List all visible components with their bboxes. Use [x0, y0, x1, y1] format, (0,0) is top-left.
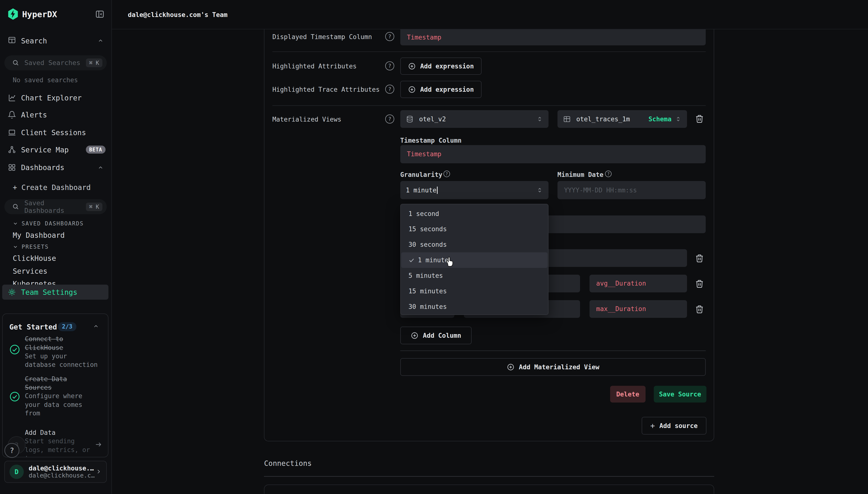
step-desc: Start sending: [25, 437, 90, 445]
save-source-button[interactable]: Save Source: [654, 386, 707, 402]
add-materialized-view-button[interactable]: Add Materialized View: [400, 358, 706, 376]
add-expression-label: Add expression: [420, 63, 474, 70]
text-caret: [437, 187, 438, 194]
database-select-value: otel_v2: [419, 115, 446, 123]
option-label: 15 seconds: [408, 225, 447, 233]
dropdown-option[interactable]: 30 minutes: [401, 299, 548, 315]
timestamp-column-input[interactable]: Timestamp: [400, 145, 706, 163]
add-expression-button[interactable]: Add expression: [400, 81, 482, 98]
column-alias-input[interactable]: max__Duration: [590, 300, 687, 318]
dropdown-option[interactable]: 15 seconds: [401, 221, 548, 237]
sidebar-item-services[interactable]: Services: [13, 267, 47, 276]
service-map-icon: [8, 146, 16, 154]
granularity-value: 1 minute: [406, 187, 437, 194]
displayed-timestamp-input[interactable]: Timestamp: [400, 30, 706, 45]
chevron-down-icon[interactable]: [13, 244, 18, 250]
table-icon: [563, 115, 571, 123]
top-bar: dale@clickhouse.com's Team: [112, 0, 868, 30]
connections-title: Connections: [264, 459, 311, 468]
timestamp-column-value: Timestamp: [407, 150, 441, 158]
add-expression-button[interactable]: Add expression: [400, 57, 482, 75]
avatar: D: [9, 464, 24, 479]
minimum-date-label: Minimum Date: [558, 171, 603, 178]
schema-link[interactable]: Schema: [649, 115, 672, 123]
help-button[interactable]: ?: [4, 443, 19, 458]
get-started-step[interactable]: Connect to ClickHouse Set up your databa…: [25, 335, 98, 369]
dropdown-option-selected[interactable]: 1 minute: [401, 252, 547, 268]
dropdown-option[interactable]: 1 second: [401, 206, 548, 222]
help-question-mark: ?: [10, 446, 14, 455]
saved-searches-input[interactable]: Saved Searches ⌘ K: [4, 55, 107, 70]
user-menu[interactable]: D dale@clickhouse.… dale@clickhouse.c…: [4, 461, 107, 483]
help-icon[interactable]: ?: [385, 115, 394, 124]
sidebar-item-client-sessions[interactable]: Client Sessions: [21, 128, 86, 137]
step-title: Sources: [25, 383, 82, 392]
get-started-step[interactable]: Add Data Start sending logs, metrics, or…: [25, 429, 90, 457]
dropdown-option[interactable]: 5 minutes: [401, 268, 548, 283]
sidebar-item-service-map[interactable]: Service Map: [21, 146, 69, 154]
mouse-cursor: [443, 256, 455, 269]
sidebar-item-search[interactable]: Search: [21, 37, 47, 45]
check-icon: [408, 257, 414, 263]
help-icon[interactable]: ?: [385, 61, 394, 70]
help-icon[interactable]: ?: [385, 85, 394, 94]
check-circle-icon: [9, 392, 20, 402]
step-title: Connect to: [25, 335, 98, 343]
granularity-label: Granularity: [400, 171, 443, 178]
get-started-panel: Get Started 2/3 Connect to ClickHouse Se…: [2, 314, 109, 457]
create-dashboard-button[interactable]: + Create Dashboard: [13, 183, 91, 192]
step-title: ClickHouse: [25, 344, 98, 352]
granularity-select[interactable]: 1 minute: [400, 181, 549, 199]
timestamp-column-label: Timestamp Column: [400, 137, 462, 144]
database-select[interactable]: otel_v2: [400, 110, 549, 128]
chevron-up-icon[interactable]: [93, 323, 99, 329]
add-source-label: Add source: [659, 422, 698, 430]
plus-circle-icon: [408, 86, 416, 93]
no-saved-searches-text: No saved searches: [13, 76, 78, 84]
delete-column-icon[interactable]: [695, 279, 704, 288]
chevron-up-icon[interactable]: [98, 38, 103, 44]
add-expression-label: Add expression: [420, 86, 474, 93]
chevron-updown-icon: [536, 187, 543, 193]
create-dashboard-label: Create Dashboard: [21, 183, 91, 192]
step-desc: from: [25, 409, 82, 418]
section-saved-dashboards[interactable]: SAVED DASHBOARDS: [22, 220, 84, 227]
search-nav-icon: [8, 36, 16, 44]
delete-button[interactable]: Delete: [610, 386, 645, 402]
delete-materialized-view-icon[interactable]: [695, 114, 704, 124]
dropdown-option[interactable]: 30 seconds: [401, 237, 548, 252]
option-label: 5 minutes: [408, 272, 443, 279]
section-presets[interactable]: PRESETS: [22, 244, 49, 250]
get-started-step[interactable]: Create Data Sources Configure where your…: [25, 375, 82, 418]
saved-dashboards-placeholder: Saved Dashboards: [24, 199, 85, 214]
sidebar-item-alerts[interactable]: Alerts: [21, 111, 47, 119]
highlighted-attributes-label: Highlighted Attributes: [272, 63, 356, 70]
help-icon[interactable]: ?: [385, 32, 394, 41]
delete-column-icon[interactable]: [695, 253, 704, 263]
materialized-views-label: Materialized Views: [272, 116, 341, 123]
chevron-right-icon: [95, 468, 102, 475]
hyperdx-logo-icon: [8, 8, 18, 20]
column-alias-input[interactable]: avg__Duration: [590, 275, 687, 292]
add-source-button[interactable]: + Add source: [642, 417, 707, 435]
add-column-button[interactable]: Add Column: [400, 327, 471, 344]
gear-icon: [8, 288, 16, 296]
chart-explorer-icon: [8, 94, 16, 102]
table-select[interactable]: otel_traces_1m Schema: [558, 110, 687, 128]
minimum-date-input[interactable]: YYYY-MM-DD HH:mm:ss: [558, 181, 706, 199]
sidebar-item-dashboards[interactable]: Dashboards: [21, 163, 64, 172]
sidebar-item-my-dashboard[interactable]: My Dashboard: [13, 231, 64, 240]
dropdown-option[interactable]: 15 minutes: [401, 283, 548, 299]
chevron-up-icon[interactable]: [98, 165, 103, 171]
saved-dashboards-input[interactable]: Saved Dashboards ⌘ K: [4, 199, 107, 214]
sidebar-item-chart-explorer[interactable]: Chart Explorer: [21, 94, 82, 102]
step-desc: Set up your: [25, 352, 98, 361]
client-sessions-icon: [8, 128, 16, 137]
chevron-down-icon[interactable]: [13, 221, 18, 226]
sidebar-item-team-settings[interactable]: Team Settings: [2, 285, 109, 300]
add-materialized-view-label: Add Materialized View: [519, 363, 599, 371]
step-desc: traces: [25, 454, 90, 457]
sidebar-item-clickhouse[interactable]: ClickHouse: [13, 254, 56, 263]
delete-column-icon[interactable]: [695, 304, 704, 314]
collapse-sidebar-icon[interactable]: [95, 10, 104, 19]
